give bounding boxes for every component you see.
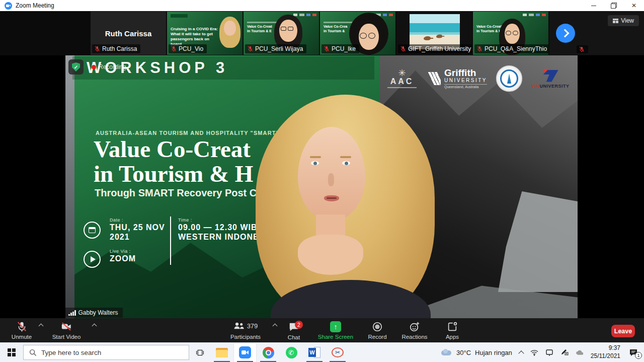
participants-options-chevron[interactable]: [273, 323, 277, 327]
participants-button[interactable]: 379 Participants: [221, 320, 270, 341]
weather-temp: 30°C: [456, 349, 471, 356]
participant-name-label: GIFT_Griffith University: [398, 44, 472, 53]
weather-rain-icon: [441, 349, 452, 356]
windows-logo-icon: [8, 348, 16, 356]
minimize-button[interactable]: [584, 0, 604, 11]
word-icon: W: [308, 347, 320, 358]
speaker-name-tag: Gabby Walters: [65, 308, 123, 318]
meeting-toolbar: Unmute Start Video 379 Participants 2 Ch…: [0, 318, 644, 342]
windows-taskbar: Type here to search ✆ W ✂: [0, 342, 644, 362]
recording-indicator: Recording: [92, 63, 126, 70]
event-date: THU, 25 NOV 2021: [110, 223, 170, 242]
date-label: Date :: [110, 218, 170, 223]
unmute-button[interactable]: Unmute: [6, 320, 37, 341]
speaker-face: [298, 127, 365, 222]
chat-button[interactable]: 2 Chat: [281, 320, 307, 341]
main-stage: WORKSHOP 3 ✳ AAC Griffith UNIVERSITY Que…: [0, 55, 644, 318]
zoom-icon: [239, 346, 251, 358]
griffith-mark-icon: [426, 72, 441, 85]
mini-logo-row: [293, 14, 316, 16]
taskbar-app-whatsapp[interactable]: ✆: [280, 343, 303, 362]
title-bar: Zoom Meeting: [0, 0, 644, 11]
mini-kicker: [247, 22, 277, 23]
mini-slide-title: Cruising in a COVID Era: What it will ta…: [171, 27, 219, 47]
chrome-icon: [263, 347, 274, 358]
taskbar-app-snipping-tool[interactable]: ✂: [326, 343, 349, 362]
speaker-eye: [311, 161, 319, 165]
audio-level-icon: [68, 310, 76, 316]
meta-divider: [170, 216, 171, 265]
next-participants-button[interactable]: [556, 24, 575, 43]
view-button[interactable]: View: [608, 15, 639, 26]
mic-muted-icon: [247, 46, 253, 52]
start-button[interactable]: [0, 343, 23, 362]
zoom-meeting-window: Zoom Meeting Ruth Carissa Ruth Carissa C…: [0, 0, 644, 362]
recording-dot-icon: [92, 65, 96, 69]
task-view-button[interactable]: [189, 343, 210, 362]
share-screen-button[interactable]: ↑ Share Screen: [311, 320, 360, 341]
action-center-button[interactable]: 1: [627, 347, 640, 358]
onedrive-icon[interactable]: [576, 348, 584, 357]
slide-title: Value Co-Creat in Tourism & H: [94, 137, 253, 187]
participant-name-label: [577, 45, 588, 53]
whatsapp-icon: ✆: [286, 347, 297, 358]
taskbar-app-file-explorer[interactable]: [210, 343, 233, 362]
live-via-label: Live Via :: [110, 249, 170, 254]
apps-button[interactable]: Apps: [439, 320, 466, 341]
clock-date: 25/11/2021: [591, 352, 620, 360]
taskbar-search-input[interactable]: Type here to search: [23, 345, 189, 360]
participant-tile[interactable]: Value Co-Creat in Tourism & E PCU_Serli …: [244, 12, 319, 55]
wifi-icon[interactable]: [530, 348, 539, 357]
leave-button[interactable]: Leave: [611, 325, 635, 337]
participant-tile[interactable]: GIFT_Griffith University: [396, 12, 472, 55]
taskbar-app-chrome[interactable]: [257, 343, 280, 362]
participant-tile[interactable]: Ruth Carissa Ruth Carissa: [91, 12, 166, 55]
audio-options-chevron[interactable]: [39, 323, 43, 327]
record-icon: [372, 321, 383, 332]
apps-icon: [447, 321, 458, 332]
mini-slide-badge: [171, 14, 188, 18]
active-speaker-video[interactable]: WORKSHOP 3 ✳ AAC Griffith UNIVERSITY Que…: [65, 55, 578, 318]
restore-button[interactable]: [604, 0, 624, 11]
meeting-security-badge[interactable]: ✓: [68, 59, 84, 75]
participant-tile[interactable]: Cruising in a COVID Era: What it will ta…: [167, 12, 243, 55]
pen-input-icon[interactable]: [560, 348, 569, 357]
zoom-app-icon: [5, 2, 12, 10]
reactions-button[interactable]: Reactions: [396, 320, 433, 341]
participants-count: 379: [247, 322, 258, 330]
meet-now-icon[interactable]: [545, 348, 554, 357]
mic-muted-icon: [476, 46, 482, 52]
speaker-mouth: [324, 195, 339, 201]
partner-logos: ✳ AAC Griffith UNIVERSITY Queensland, Au…: [387, 62, 578, 95]
taskbar-clock[interactable]: 9:37 25/11/2021: [591, 344, 620, 360]
start-video-button[interactable]: Start Video: [48, 320, 85, 341]
taskbar-app-word[interactable]: W: [303, 343, 326, 362]
video-options-chevron[interactable]: [93, 323, 97, 327]
mic-muted-icon: [324, 46, 330, 52]
camera-edge: [65, 55, 74, 318]
system-tray: 30°C Hujan ringan 9:37 25/11/2021: [441, 343, 644, 362]
aac-logo: ✳ AAC: [387, 69, 417, 88]
taskbar-app-zoom[interactable]: [233, 343, 257, 362]
participant-tile[interactable]: Value Co-Crea in Tourism & PCU_Ike: [320, 12, 395, 55]
vinuniversity-logo: VINUNIVERSITY: [531, 69, 570, 89]
window-title: Zoom Meeting: [16, 2, 54, 9]
participant-tile[interactable]: Value Co-Creation in Tourism & Hospitali…: [473, 12, 548, 55]
close-button[interactable]: [624, 0, 644, 11]
participant-name-label: PCU_Serli Wijaya: [245, 44, 306, 53]
record-button[interactable]: Record: [363, 320, 391, 341]
speaker-chest: [298, 235, 363, 275]
clock-time: 9:37: [591, 344, 620, 352]
mini-kicker: [324, 22, 354, 23]
share-screen-icon: ↑: [330, 321, 341, 332]
video-off-icon: [61, 321, 72, 332]
mic-muted-icon: [171, 46, 177, 52]
weather-widget[interactable]: 30°C Hujan ringan: [441, 349, 512, 356]
mic-muted-icon: [400, 46, 406, 52]
mic-muted-icon: [94, 46, 100, 52]
reactions-smiley-icon: [409, 321, 420, 332]
notification-count-badge: 1: [635, 352, 642, 359]
participant-name-label: PCU_Vio: [169, 44, 207, 53]
snipping-tool-icon: ✂: [332, 347, 344, 357]
hidden-icons-chevron[interactable]: [519, 350, 524, 355]
